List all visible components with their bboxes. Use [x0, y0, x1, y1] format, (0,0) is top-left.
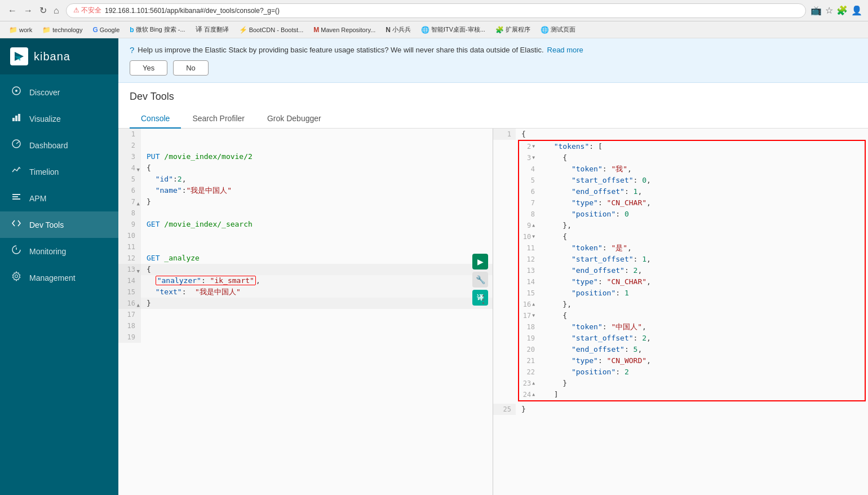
- sidebar-item-timelion[interactable]: Timelion: [0, 158, 118, 185]
- sidebar-item-devtools[interactable]: Dev Tools: [0, 211, 118, 238]
- home-button[interactable]: ⌂: [51, 5, 61, 17]
- result-content-19: "start_offset": 2,: [539, 333, 865, 344]
- reload-button[interactable]: ↻: [37, 4, 49, 17]
- result-content-17: {: [539, 310, 865, 321]
- code-line-14: 14 "analyzer": "ik_smart",: [118, 275, 493, 286]
- result-line-9: 9 ▲ },: [519, 220, 865, 231]
- address-bar[interactable]: ⚠ 不安全 192.168.1.101:5601/app/kibana#/dev…: [66, 3, 806, 18]
- bookmark-google-label: Google: [100, 26, 119, 33]
- result-gutter-15: 15: [519, 288, 539, 299]
- bookmark-n[interactable]: N 小兵兵: [382, 24, 414, 35]
- devtools-icon: [10, 218, 23, 231]
- sidebar-item-management[interactable]: Management: [0, 264, 118, 291]
- result-line-14: 14 "type": "CN_CHAR",: [519, 276, 865, 288]
- code-line-17: 17: [118, 309, 493, 320]
- tab-grok-debugger[interactable]: Grok Debugger: [256, 109, 333, 129]
- result-content-6: "end_offset": 1,: [539, 186, 865, 197]
- bookmark-bootcdn[interactable]: ⚡ BootCDN - Bootst...: [236, 25, 307, 35]
- result-line-2: 2 ▼ "tokens": [: [519, 141, 865, 152]
- line-content-15: "text": "我是中国人": [141, 286, 493, 298]
- result-gutter-5: 5: [519, 175, 539, 186]
- result-gutter-20: 20: [519, 344, 539, 355]
- sidebar: kibana Discover Visualize Dashboard: [0, 38, 118, 495]
- result-content-8: "position": 0: [539, 209, 865, 220]
- page-title: Dev Tools: [130, 91, 857, 103]
- code-line-8: 8: [118, 207, 493, 219]
- gutter-4: 4 ▼: [118, 162, 141, 174]
- result-line-22: 22 "position": 2: [519, 366, 865, 378]
- wrench-button[interactable]: 🔧: [472, 272, 488, 288]
- result-content-13: "end_offset": 2,: [539, 265, 865, 276]
- code-editor[interactable]: 1 2 3 PUT /movie_index/movie/2: [118, 129, 493, 495]
- result-line-15: 15 "position": 1: [519, 288, 865, 299]
- cast-button[interactable]: 📺: [811, 5, 822, 16]
- result-line-17: 17 ▼ {: [519, 310, 865, 321]
- bookmark-baidu[interactable]: 译 百度翻译: [192, 24, 232, 36]
- fold-arrow-13[interactable]: ▼: [137, 266, 140, 277]
- sidebar-item-visualize[interactable]: Visualize: [0, 105, 118, 132]
- gutter-5: 5: [118, 174, 141, 185]
- yes-button[interactable]: Yes: [130, 60, 167, 76]
- bookmark-bing[interactable]: b 微软 Bing 搜索 -...: [126, 24, 188, 35]
- result-content-4: "token": "我",: [539, 163, 865, 175]
- result-gutter-11: 11: [519, 242, 539, 254]
- gutter-10: 10: [118, 230, 141, 241]
- fold-arrow-16[interactable]: ▲: [137, 299, 140, 311]
- result-gutter-16: 16 ▲: [519, 299, 539, 310]
- bookmark-maven[interactable]: M Maven Repository...: [310, 25, 379, 35]
- left-panel: 1 2 3 PUT /movie_index/movie/2: [118, 129, 493, 495]
- result-line-13: 13 "end_offset": 2,: [519, 265, 865, 276]
- profile-button[interactable]: 👤: [851, 5, 862, 16]
- gutter-18: 18: [118, 320, 141, 332]
- sidebar-item-visualize-label: Visualize: [29, 114, 61, 123]
- bookmark-bing-icon: b: [130, 26, 134, 34]
- sidebar-item-apm[interactable]: APM: [0, 185, 118, 211]
- sidebar-item-monitoring[interactable]: Monitoring: [0, 238, 118, 264]
- extensions-button[interactable]: 🧩: [836, 5, 848, 16]
- result-content-9: },: [539, 220, 865, 231]
- no-button[interactable]: No: [173, 60, 209, 76]
- bookmark-button[interactable]: ☆: [825, 5, 833, 16]
- security-warning-icon: ⚠ 不安全: [73, 6, 101, 15]
- code-line-13: 13 ▼ {: [118, 264, 493, 275]
- result-line-18: 18 "token": "中国人",: [519, 321, 865, 333]
- management-icon: [10, 271, 23, 284]
- dashboard-icon: [10, 139, 23, 152]
- fold-arrow-7[interactable]: ▲: [137, 198, 140, 209]
- browser-bar: ← → ↻ ⌂ ⚠ 不安全 192.168.1.101:5601/app/kib…: [0, 0, 868, 21]
- read-more-link[interactable]: Read more: [547, 46, 583, 54]
- sidebar-item-dashboard[interactable]: Dashboard: [0, 132, 118, 158]
- url-text: 192.168.1.101:5601/app/kibana#/dev_tools…: [105, 7, 280, 15]
- banner-message: Help us improve the Elastic Stack by pro…: [138, 46, 543, 54]
- bookmark-technology-label: technology: [52, 26, 82, 33]
- banner-buttons: Yes No: [130, 60, 857, 76]
- result-area[interactable]: 1 { 2 ▼ "tokens": [ 3: [493, 129, 868, 495]
- bookmark-work[interactable]: 📁 work: [6, 25, 36, 35]
- fold-arrow-4[interactable]: ▼: [137, 164, 140, 175]
- bookmark-google[interactable]: G Google: [89, 25, 123, 35]
- gutter-15: 15: [118, 286, 141, 298]
- line-content-9: GET /movie_index/_search: [141, 219, 493, 230]
- code-line-6: 6 "name":"我是中国人": [118, 185, 493, 196]
- tab-search-profiler[interactable]: Search Profiler: [181, 109, 256, 129]
- path-movie: /movie_index/movie/2: [164, 152, 253, 161]
- tab-console[interactable]: Console: [130, 109, 181, 129]
- back-button[interactable]: ←: [6, 5, 19, 17]
- bookmark-test[interactable]: 🌐 测试页面: [537, 24, 579, 35]
- bookmark-bootcdn-label: BootCDN - Bootst...: [249, 26, 304, 33]
- bookmark-work-label: work: [19, 26, 32, 33]
- svg-rect-7: [12, 196, 18, 197]
- bookmark-technology[interactable]: 📁 technology: [39, 25, 86, 35]
- run-button[interactable]: ▶: [472, 254, 488, 269]
- sidebar-nav: Discover Visualize Dashboard Timelion: [0, 74, 118, 291]
- line-content-14: "analyzer": "ik_smart",: [141, 275, 493, 286]
- result-gutter-8: 8: [519, 209, 539, 220]
- more-options-button[interactable]: ⋮: [478, 293, 488, 306]
- sidebar-item-discover[interactable]: Discover: [0, 79, 118, 105]
- forward-button[interactable]: →: [21, 5, 35, 17]
- app-container: kibana Discover Visualize Dashboard: [0, 38, 868, 495]
- right-panel: 1 { 2 ▼ "tokens": [ 3: [493, 129, 868, 495]
- bookmark-itv[interactable]: 🌐 智能ITV桌面-审核...: [418, 24, 489, 35]
- bookmark-extensions[interactable]: 🧩 扩展程序: [492, 24, 534, 35]
- result-gutter-14: 14: [519, 276, 539, 288]
